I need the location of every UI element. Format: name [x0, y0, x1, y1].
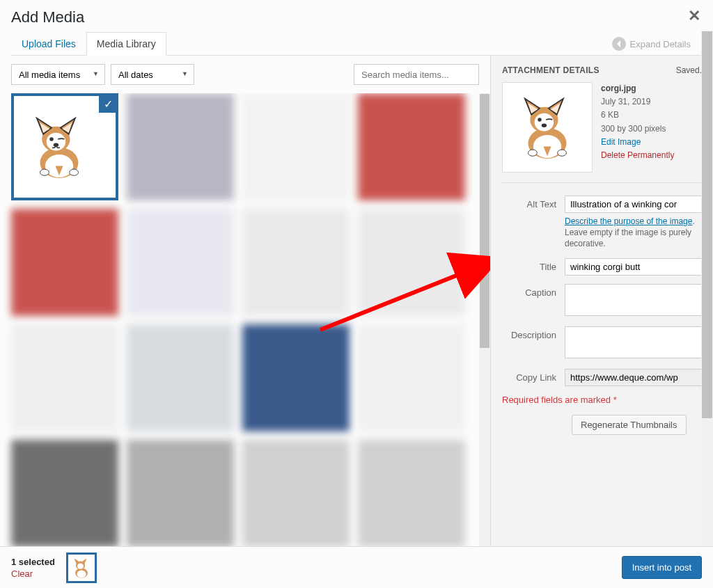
search-input[interactable] — [354, 64, 479, 85]
edit-image-link[interactable]: Edit Image — [601, 137, 641, 147]
alt-text-label: Alt Text — [502, 196, 565, 209]
insert-into-post-button[interactable]: Insert into post — [622, 556, 702, 579]
media-grid-scroll[interactable]: ✓ — [0, 93, 490, 546]
filter-date-select[interactable]: All dates — [111, 64, 194, 85]
media-item[interactable] — [127, 93, 234, 200]
description-input[interactable] — [565, 326, 702, 358]
details-header: ATTACHMENT DETAILS Saved. — [502, 65, 702, 75]
required-star: * — [613, 395, 617, 405]
selection-info: 1 selected Clear — [11, 557, 55, 579]
svg-point-18 — [77, 570, 86, 578]
media-item[interactable] — [242, 209, 350, 316]
media-item[interactable] — [242, 440, 350, 546]
title-input[interactable] — [565, 258, 702, 276]
saved-status: Saved. — [676, 65, 702, 75]
selection-count: 1 selected — [11, 557, 55, 567]
copy-link-row: Copy Link — [502, 369, 702, 386]
regenerate-thumbnails-button[interactable]: Regenerate Thumbnails — [572, 415, 687, 435]
delete-link[interactable]: Delete Permanently — [601, 150, 674, 160]
filename: corgi.jpg — [601, 82, 674, 95]
title-label: Title — [502, 258, 565, 272]
media-grid: ✓ — [11, 93, 479, 546]
media-item[interactable] — [127, 440, 234, 546]
alt-text-row: Alt Text Describe the purpose of the ima… — [502, 196, 702, 250]
grid-scrollbar[interactable] — [479, 93, 490, 546]
content: All media items All dates — [0, 56, 713, 546]
modal-footer: 1 selected Clear Insert into post — [0, 546, 713, 588]
media-item[interactable] — [11, 324, 118, 431]
svg-point-6 — [40, 169, 49, 175]
caption-input[interactable] — [565, 284, 702, 316]
copy-link-label: Copy Link — [502, 369, 565, 383]
close-icon[interactable]: ✕ — [688, 7, 700, 25]
media-item[interactable] — [358, 440, 465, 546]
expand-details-button[interactable]: Expand Details — [612, 37, 702, 55]
media-browser: All media items All dates — [0, 56, 490, 546]
filter-date-wrap: All dates — [111, 64, 194, 85]
caption-row: Caption — [502, 284, 702, 318]
title-row: Title — [502, 258, 702, 276]
attachment-preview: corgi.jpg July 31, 2019 6 KB 300 by 300 … — [502, 82, 702, 183]
media-item[interactable] — [11, 209, 118, 316]
media-item[interactable] — [358, 209, 465, 316]
filter-type-select[interactable]: All media items — [11, 64, 105, 85]
svg-point-14 — [542, 124, 547, 128]
media-item[interactable] — [242, 93, 350, 200]
media-item[interactable] — [242, 324, 350, 431]
description-row: Description — [502, 326, 702, 360]
svg-point-16 — [558, 150, 567, 156]
file-size: 6 KB — [601, 109, 674, 122]
svg-point-12 — [535, 113, 554, 132]
svg-point-20 — [77, 563, 84, 569]
panel-scrollbar[interactable] — [701, 31, 713, 546]
file-dimensions: 300 by 300 pixels — [601, 122, 674, 136]
tabs: Upload Files Media Library — [11, 32, 166, 55]
add-media-modal: Add Media ✕ Upload Files Media Library E… — [0, 0, 713, 588]
media-item[interactable] — [11, 440, 118, 546]
expand-label: Expand Details — [630, 39, 691, 49]
corgi-icon — [69, 555, 94, 580]
copy-link-input[interactable] — [565, 369, 702, 386]
svg-point-7 — [70, 169, 79, 175]
svg-point-15 — [528, 150, 538, 156]
attachment-meta: corgi.jpg July 31, 2019 6 KB 300 by 300 … — [601, 82, 674, 173]
modal-header: Add Media ✕ Upload Files Media Library E… — [0, 0, 713, 56]
svg-point-13 — [538, 118, 542, 122]
tab-upload-files[interactable]: Upload Files — [11, 32, 86, 56]
header-row: Upload Files Media Library Expand Detail… — [11, 32, 702, 56]
corgi-icon — [21, 96, 97, 198]
check-icon: ✓ — [99, 95, 117, 113]
media-item[interactable] — [358, 324, 465, 431]
attachment-details: ATTACHMENT DETAILS Saved. — [490, 56, 713, 546]
tab-media-library[interactable]: Media Library — [86, 32, 166, 56]
filter-type-wrap: All media items — [11, 64, 105, 85]
required-note: Required fields are marked * — [502, 395, 702, 405]
alt-text-hint: Describe the purpose of the image. Leave… — [565, 216, 702, 250]
media-item[interactable] — [127, 209, 234, 316]
alt-text-input[interactable] — [565, 196, 702, 213]
media-item[interactable] — [358, 93, 465, 200]
toolbar: All media items All dates — [0, 56, 490, 93]
modal-title: Add Media — [11, 8, 702, 26]
description-label: Description — [502, 326, 565, 340]
clear-selection-link[interactable]: Clear — [11, 569, 55, 579]
file-date: July 31, 2019 — [601, 95, 674, 109]
corgi-icon — [509, 89, 586, 166]
caption-label: Caption — [502, 284, 565, 298]
media-item[interactable] — [127, 324, 234, 431]
svg-point-3 — [47, 133, 65, 151]
chevron-left-icon — [612, 37, 626, 51]
alt-hint-link[interactable]: Describe the purpose of the image — [565, 216, 692, 226]
svg-point-4 — [49, 137, 54, 141]
selection-thumbnail[interactable] — [66, 553, 97, 583]
media-item-selected[interactable]: ✓ — [11, 93, 118, 200]
details-heading: ATTACHMENT DETAILS — [502, 65, 600, 75]
preview-thumbnail — [502, 82, 593, 173]
